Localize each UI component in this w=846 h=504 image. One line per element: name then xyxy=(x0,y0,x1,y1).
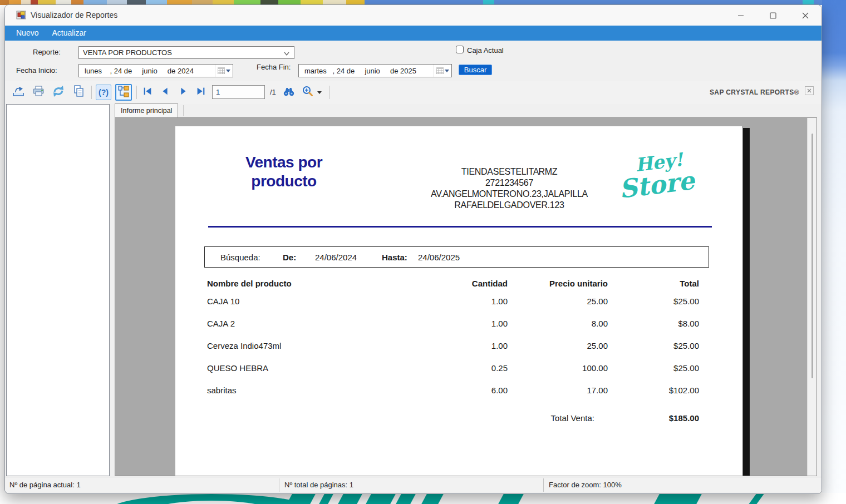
copy-icon xyxy=(71,84,86,101)
first-page-button[interactable] xyxy=(141,85,154,100)
buscar-button-label: Buscar xyxy=(464,66,486,74)
row-name: sabritas xyxy=(207,386,237,395)
wallpaper-bar xyxy=(420,493,445,504)
group-tree-panel[interactable] xyxy=(6,104,110,476)
row-qty: 1.00 xyxy=(409,341,508,350)
buscar-button[interactable]: Buscar xyxy=(459,65,492,75)
row-price: 25.00 xyxy=(509,341,608,350)
table-row: CAJA 2 1.00 8.00 $8.00 xyxy=(175,319,742,330)
tab-divider xyxy=(183,105,184,116)
report-combobox[interactable]: VENTA POR PRODUCTOS xyxy=(78,46,294,59)
wallpaper-bar xyxy=(317,493,335,504)
close-button[interactable] xyxy=(789,5,822,26)
page-shadow xyxy=(743,128,750,476)
report-viewport: Ventas por producto TIENDAS ESTELITA RMZ… xyxy=(115,117,817,476)
next-page-button[interactable] xyxy=(176,85,190,100)
export-icon xyxy=(11,84,26,101)
table-row: QUESO HEBRA 0.25 100.00 $25.00 xyxy=(175,363,742,374)
fecha-inicio-value: lunes , 24 de junio de 2024 xyxy=(79,67,215,75)
tab-informe-principal[interactable]: Informe principal xyxy=(115,103,178,117)
calendar-dropdown-icon[interactable] xyxy=(215,65,233,77)
row-price: 17.00 xyxy=(509,386,608,395)
filter-panel: Reporte: VENTA POR PRODUCTOS Caja Actual… xyxy=(5,41,822,81)
de-value: 24/06/2024 xyxy=(315,253,357,262)
row-name: Cerveza Indio473ml xyxy=(207,341,281,350)
row-price: 100.00 xyxy=(509,363,608,373)
menu-item-nuevo[interactable]: Nuevo xyxy=(5,26,45,41)
refresh-button[interactable] xyxy=(51,85,66,100)
caja-actual-checkbox[interactable] xyxy=(456,46,464,53)
group-tree-toggle-button[interactable] xyxy=(115,84,132,101)
fecha-fin-label: Fecha Fin: xyxy=(257,63,291,71)
header-nombre: Nombre del producto xyxy=(207,279,292,288)
print-button[interactable] xyxy=(31,85,46,100)
last-page-button[interactable] xyxy=(194,85,208,100)
tab-label: Informe principal xyxy=(121,107,172,115)
hasta-value: 24/06/2025 xyxy=(418,253,460,262)
toolbar-separator xyxy=(91,86,92,99)
fecha-fin-value: martes , 24 de junio de 2025 xyxy=(299,67,434,75)
row-price: 8.00 xyxy=(509,319,608,328)
desktop-right-strip xyxy=(822,0,846,498)
scrollbar-thumb[interactable] xyxy=(811,134,813,378)
status-zoom-factor: Factor de zoom: 100% xyxy=(549,481,622,489)
previous-page-button[interactable] xyxy=(159,85,172,100)
table-row: Cerveza Indio473ml 1.00 25.00 $25.00 xyxy=(175,341,742,352)
row-total: $25.00 xyxy=(601,363,699,373)
find-text-button[interactable] xyxy=(281,85,297,100)
fecha-inicio-picker[interactable]: lunes , 24 de junio de 2024 xyxy=(78,64,233,77)
next-page-icon xyxy=(178,86,189,99)
row-qty: 1.00 xyxy=(409,319,508,328)
row-price: 25.00 xyxy=(509,297,608,306)
zoom-dropdown-button[interactable] xyxy=(316,85,323,100)
minimize-button[interactable] xyxy=(725,5,757,26)
export-button[interactable] xyxy=(11,85,26,100)
brand-close-button[interactable] xyxy=(805,86,814,95)
caja-actual-label: Caja Actual xyxy=(467,46,504,55)
toolbar-separator xyxy=(136,86,137,99)
row-total: $102.00 xyxy=(601,386,699,395)
logo-line2: Store xyxy=(618,166,715,202)
row-total: $8.00 xyxy=(601,319,699,328)
busqueda-label: Búsqueda: xyxy=(220,253,260,262)
last-page-icon xyxy=(195,86,206,99)
total-venta-label: Total Venta: xyxy=(487,413,594,423)
menu-item-actualizar[interactable]: Actualizar xyxy=(45,26,92,41)
maximize-button[interactable] xyxy=(757,5,789,26)
desktop-wallpaper-art xyxy=(0,493,846,504)
wallpaper-bar xyxy=(364,493,397,504)
row-name: CAJA 2 xyxy=(207,319,235,328)
window-controls xyxy=(725,5,822,26)
first-page-icon xyxy=(142,86,153,99)
vertical-scrollbar[interactable] xyxy=(807,118,817,476)
report-title-line2: producto xyxy=(220,172,348,191)
sap-crystal-reports-brand: SAP CRYSTAL REPORTS® xyxy=(710,88,799,96)
zoom-magnifier-icon xyxy=(301,85,314,100)
parameter-panel-toggle-button[interactable]: (?) xyxy=(96,85,111,100)
status-total-pages: Nº total de páginas: 1 xyxy=(284,481,353,489)
table-row: sabritas 6.00 17.00 $102.00 xyxy=(175,386,742,397)
page-number-input[interactable] xyxy=(212,85,265,99)
zoom-button[interactable] xyxy=(300,85,316,100)
page-total-label: /1 xyxy=(270,88,276,96)
row-qty: 1.00 xyxy=(409,297,508,306)
fecha-inicio-label: Fecha Inicio: xyxy=(16,66,57,75)
hey-store-logo: Hey! Store xyxy=(616,147,715,202)
status-current-page: Nº de página actual: 1 xyxy=(9,481,81,489)
copy-button[interactable] xyxy=(71,85,86,100)
window-title: Visualizador de Reportes xyxy=(31,11,117,19)
header-total: Total xyxy=(601,279,699,288)
hasta-label: Hasta: xyxy=(382,253,407,262)
status-separator xyxy=(279,478,279,492)
wallpaper-bar xyxy=(652,493,704,504)
printer-icon xyxy=(31,84,46,101)
total-row: Total Venta: $185.00 xyxy=(175,413,742,424)
calendar-dropdown-icon[interactable] xyxy=(434,65,451,77)
chevron-down-icon xyxy=(317,91,322,94)
de-label: De: xyxy=(283,253,296,262)
wallpaper-bar xyxy=(496,493,525,504)
fecha-fin-picker[interactable]: martes , 24 de junio de 2025 xyxy=(298,64,452,77)
total-venta-value: $185.00 xyxy=(601,413,699,423)
app-window: Visualizador de Reportes Nuevo Actualiza… xyxy=(4,4,822,494)
search-range-box: Búsqueda: De: 24/06/2024 Hasta: 24/06/20… xyxy=(204,246,709,268)
